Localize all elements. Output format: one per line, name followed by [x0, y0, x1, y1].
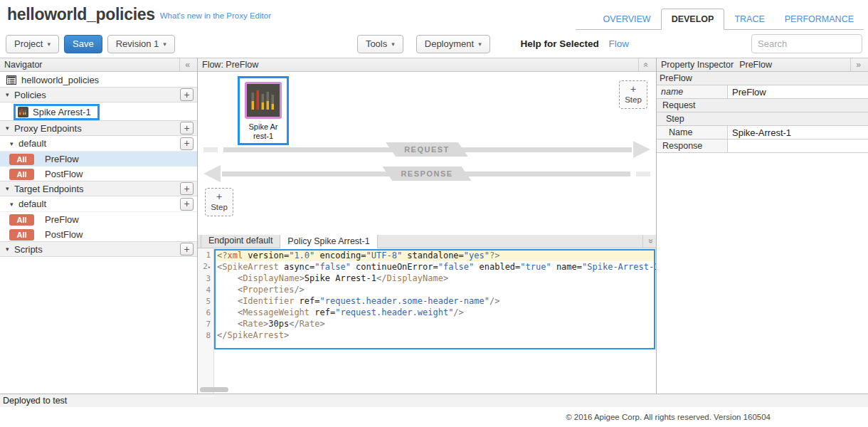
- add-button[interactable]: +: [180, 198, 194, 211]
- all-badge: All: [9, 154, 34, 165]
- plus-icon: +: [206, 191, 233, 202]
- code-token: [217, 273, 238, 283]
- expand-inspector-icon[interactable]: »: [850, 58, 864, 72]
- expand-code-panel-icon[interactable]: «: [642, 234, 656, 248]
- code-token: enabled=: [474, 262, 520, 272]
- sidebar-section-label: Scripts: [14, 244, 43, 255]
- line-number: 4: [198, 285, 213, 296]
- code-tab-policy-spike-arrest-1[interactable]: Policy Spike Arrest-1: [280, 234, 377, 248]
- chevron-down-icon: ▾: [47, 41, 51, 48]
- caret-down-icon: ▾: [10, 140, 18, 147]
- collapse-flow-panel-icon[interactable]: «: [638, 58, 652, 72]
- add-button[interactable]: +: [180, 182, 194, 195]
- sidebar-section-scripts[interactable]: ▾Scripts+: [0, 241, 197, 257]
- code-token: ref=: [294, 296, 319, 306]
- flow-label: PostFlow: [45, 169, 83, 179]
- tab-performance[interactable]: PERFORMANCE: [775, 9, 864, 29]
- collapse-navigator-icon[interactable]: «: [179, 58, 193, 72]
- field-label-text: Name: [657, 127, 692, 137]
- flow-node-spike-arrest[interactable]: Spike Ar rest-1: [238, 76, 289, 145]
- add-button[interactable]: +: [180, 88, 194, 101]
- tools-menu-button[interactable]: Tools▾: [357, 35, 403, 53]
- property-inspector-panel: Property Inspector PreFlow » PreFlowname…: [656, 58, 868, 394]
- code-lines[interactable]: <?xml version="1.0" encoding="UTF-8" sta…: [214, 248, 656, 394]
- code-line[interactable]: <?xml version="1.0" encoding="UTF-8" sta…: [214, 250, 656, 261]
- request-bar-stub: [203, 147, 218, 152]
- code-editor[interactable]: 12▾345678 <?xml version="1.0" encoding="…: [198, 248, 656, 394]
- sidebar-section-policies[interactable]: ▾Policies+: [0, 87, 197, 102]
- code-token: >: [284, 330, 289, 340]
- code-token: name=: [551, 262, 582, 272]
- caret-down-icon: ▾: [6, 91, 14, 98]
- line-number: 3: [198, 273, 213, 285]
- code-token: async=: [279, 262, 315, 272]
- whats-new-link[interactable]: What's new in the Proxy Editor: [160, 11, 271, 20]
- tab-develop[interactable]: DEVELOP: [661, 9, 725, 30]
- page-title: helloworld_policies: [7, 5, 155, 23]
- code-line[interactable]: <MessageWeight ref="request.header.weigh…: [214, 307, 656, 318]
- bundle-icon: [6, 75, 16, 85]
- add-button[interactable]: +: [180, 122, 194, 135]
- sidebar-section-label: Target Endpoints: [14, 184, 84, 194]
- chevron-down-icon: ▾: [391, 41, 395, 48]
- code-token: 30ps: [268, 319, 289, 329]
- code-line[interactable]: </SpikeArrest>: [214, 330, 656, 341]
- tab-overview[interactable]: OVERVIEW: [593, 9, 660, 29]
- fold-caret-icon[interactable]: ▾: [208, 265, 211, 270]
- project-menu-button[interactable]: Project▾: [6, 35, 59, 53]
- save-button[interactable]: Save: [64, 35, 102, 53]
- sidebar-item-spike-arrest[interactable]: Spike Arrest-1: [14, 104, 100, 120]
- add-button[interactable]: +: [180, 243, 194, 255]
- inspector-section-label: Request: [657, 100, 696, 110]
- code-token: "request.header.weight": [335, 307, 453, 317]
- sidebar-section-proxy-endpoints[interactable]: ▾Proxy Endpoints+: [0, 120, 197, 136]
- inspector-field-value[interactable]: PreFlow: [728, 85, 868, 98]
- code-line[interactable]: <Properties/>: [214, 284, 656, 295]
- add-button[interactable]: +: [180, 137, 194, 150]
- sidebar-item-helloworld_policies[interactable]: helloworld_policies: [0, 72, 197, 88]
- inspector-field-value[interactable]: [728, 139, 868, 152]
- code-tab-endpoint-default[interactable]: Endpoint default: [201, 234, 280, 248]
- sidebar-item-preflow[interactable]: AllPreFlow: [0, 152, 197, 167]
- code-token: </: [289, 319, 299, 329]
- sidebar-item-postflow[interactable]: AllPostFlow: [0, 227, 197, 242]
- editor-body: Navigator « helloworld_policies▾Policies…: [0, 58, 868, 394]
- flow-label: PostFlow: [45, 229, 83, 240]
- caret-down-icon: ▾: [6, 246, 14, 253]
- chevron-down-icon: ▾: [478, 41, 482, 48]
- sidebar-section-target-endpoints[interactable]: ▾Target Endpoints+: [0, 181, 197, 196]
- flow-label: PreFlow: [45, 154, 79, 164]
- flow-label: PreFlow: [45, 214, 79, 225]
- inspector-field-value[interactable]: Spike-Arrest-1: [728, 126, 868, 139]
- sidebar-section-default[interactable]: ▾default+: [0, 136, 197, 152]
- sidebar-item-preflow[interactable]: AllPreFlow: [0, 212, 197, 227]
- caret-down-icon: ▾: [6, 185, 14, 192]
- code-line[interactable]: <Rate>30ps</Rate>: [214, 318, 656, 330]
- help-flow-link[interactable]: Flow: [608, 38, 629, 49]
- code-line[interactable]: <SpikeArrest async="false" continueOnErr…: [214, 261, 656, 273]
- line-number: 1: [198, 250, 213, 261]
- add-step-button-request[interactable]: + Step: [619, 80, 647, 109]
- code-token: "true": [520, 262, 551, 272]
- inspector-field-name: NameSpike-Arrest-1: [657, 126, 868, 139]
- response-flow-arrow: RESPONSE: [203, 165, 650, 182]
- code-line[interactable]: <Identifier ref="request.header.some-hea…: [214, 295, 656, 307]
- horizontal-scrollbar[interactable]: [200, 387, 228, 392]
- inspector-field-label: Name: [657, 126, 728, 139]
- code-token: SpikeArrest: [222, 262, 278, 272]
- add-step-button-response[interactable]: + Step: [205, 188, 233, 216]
- sidebar-section-default[interactable]: ▾default+: [0, 196, 197, 212]
- code-token: </: [217, 330, 227, 340]
- line-number: 5: [198, 296, 213, 307]
- tab-trace[interactable]: TRACE: [724, 9, 774, 29]
- property-inspector-header: Property Inspector PreFlow »: [657, 58, 868, 72]
- navigator-panel: Navigator « helloworld_policies▾Policies…: [0, 58, 198, 394]
- property-inspector-subtitle: PreFlow: [739, 60, 772, 70]
- deployment-menu-button[interactable]: Deployment▾: [416, 35, 490, 53]
- code-line[interactable]: <DisplayName>Spike Arrest-1</DisplayName…: [214, 273, 656, 284]
- revision-menu-button[interactable]: Revision 1▾: [107, 35, 175, 53]
- search-input[interactable]: [751, 34, 862, 53]
- inspector-field-label: Response: [657, 139, 728, 152]
- navigator-tree: helloworld_policies▾Policies+Spike Arres…: [0, 72, 197, 394]
- sidebar-item-postflow[interactable]: AllPostFlow: [0, 167, 197, 181]
